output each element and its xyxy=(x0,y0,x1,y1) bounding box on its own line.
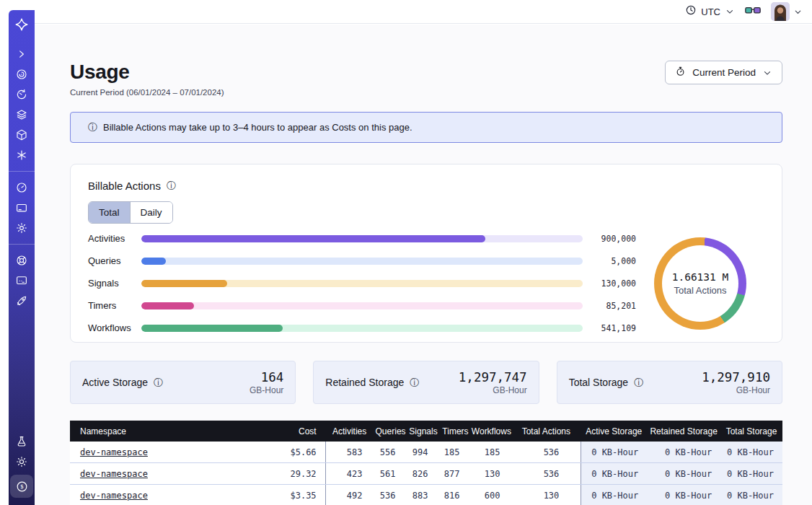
namespaces-icon[interactable] xyxy=(15,68,28,81)
banner-text: Billable Actions may take up to 3–4 hour… xyxy=(103,122,412,133)
account-menu[interactable] xyxy=(771,2,803,21)
period-selector-button[interactable]: Current Period xyxy=(665,61,782,84)
page-header: Usage Current Period (06/01/2024 – 07/01… xyxy=(70,61,782,97)
info-icon[interactable]: ⓘ xyxy=(167,181,176,190)
bar-row-queries: Queries5,000 xyxy=(88,255,636,266)
cell-timers: 185 xyxy=(439,442,471,462)
cell-activities: 423 xyxy=(325,463,374,484)
cell-retained_storage: 0 KB-Hour xyxy=(647,442,720,462)
stopwatch-icon xyxy=(675,66,686,79)
cell-retained_storage: 0 KB-Hour xyxy=(647,463,720,484)
cell-workflows: 130 xyxy=(471,463,511,484)
bar-track xyxy=(141,258,583,265)
bar-value: 85,201 xyxy=(591,301,636,311)
storage-card-value: 1,297,910 xyxy=(702,370,770,385)
cell-queries: 536 xyxy=(374,485,407,505)
namespace-link[interactable]: dev-namespace xyxy=(80,469,148,479)
bar-fill xyxy=(141,302,194,309)
tab-daily[interactable]: Daily xyxy=(130,202,172,223)
avatar xyxy=(771,2,790,21)
storage-card-value: 164 xyxy=(250,370,283,385)
cell-queries: 556 xyxy=(374,442,407,462)
tab-total[interactable]: Total xyxy=(89,202,130,223)
storage-card-total-storage: Total Storageⓘ1,297,910GB-Hour xyxy=(557,361,782,404)
total-actions-value: 1.66131 M xyxy=(672,271,729,283)
cell-queries: 561 xyxy=(374,463,407,484)
cell-cost: $5.66 xyxy=(250,442,325,462)
cell-timers: 877 xyxy=(439,463,471,484)
bar-value: 130,000 xyxy=(591,278,636,289)
temporal-logo-icon[interactable] xyxy=(14,17,30,32)
usage-gauge-icon[interactable] xyxy=(15,181,28,194)
total-actions-label: Total Actions xyxy=(674,285,727,296)
storage-card-label: Total Storage xyxy=(569,377,629,388)
sidebar: $ xyxy=(9,10,35,505)
donut-ring: 1.66131 M Total Actions xyxy=(654,237,746,330)
bar-fill xyxy=(141,235,485,242)
column-header-queries: Queries xyxy=(374,421,407,442)
table-row: dev-namespace$5.665835569941851855360 KB… xyxy=(70,442,782,463)
storage-card-active-storage: Active Storageⓘ164GB-Hour xyxy=(70,361,296,404)
topbar: UTC xyxy=(35,0,812,24)
cell-workflows: 600 xyxy=(471,485,511,505)
storage-card-retained-storage: Retained Storageⓘ1,297,747GB-Hour xyxy=(313,361,539,404)
cell-total_storage: 0 KB-Hour xyxy=(720,485,782,505)
bar-fill xyxy=(141,325,283,332)
bar-value: 5,000 xyxy=(591,256,636,266)
storage-cards: Active Storageⓘ164GB-HourRetained Storag… xyxy=(70,361,782,404)
bar-label: Activities xyxy=(88,233,133,244)
timezone-selector[interactable]: UTC xyxy=(685,4,735,19)
donut-chart: 1.66131 M Total Actions xyxy=(636,237,764,330)
namespace-link[interactable]: dev-namespace xyxy=(80,447,148,457)
bar-row-workflows: Workflows541,109 xyxy=(88,322,636,333)
table-row: dev-namespace$3.354925368838166001300 KB… xyxy=(70,485,782,505)
storage-card-label: Retained Storage xyxy=(325,377,404,388)
bar-value: 900,000 xyxy=(591,234,636,244)
billing-card-icon[interactable] xyxy=(15,201,28,214)
storage-card-label: Active Storage xyxy=(82,377,148,388)
chevron-down-icon xyxy=(762,68,772,78)
billable-actions-title: Billable Actions ⓘ xyxy=(88,180,764,192)
nexus-asterisk-icon[interactable] xyxy=(15,149,28,162)
bar-label: Workflows xyxy=(88,322,133,333)
labs-flask-icon[interactable] xyxy=(15,435,28,448)
period-button-label: Current Period xyxy=(692,67,756,78)
glasses-icon[interactable] xyxy=(745,5,761,18)
column-header-signals: Signals xyxy=(407,421,440,442)
cell-total_storage: 0 KB-Hour xyxy=(720,463,782,484)
cube-icon[interactable] xyxy=(15,128,28,141)
cell-active_storage: 0 KB-Hour xyxy=(581,442,647,462)
bar-chart: Activities900,000Queries5,000Signals130,… xyxy=(88,233,636,333)
storage-card-value: 1,297,747 xyxy=(459,370,527,385)
theme-sun-icon[interactable] xyxy=(15,455,28,468)
cell-active_storage: 0 KB-Hour xyxy=(581,463,647,484)
bar-fill xyxy=(141,258,166,265)
cell-signals: 883 xyxy=(407,485,440,505)
column-header-activities: Activities xyxy=(325,421,374,442)
layers-icon[interactable] xyxy=(15,108,28,121)
info-icon[interactable]: ⓘ xyxy=(154,378,163,387)
bar-track xyxy=(141,235,583,242)
info-icon[interactable]: ⓘ xyxy=(634,378,643,387)
cell-total_actions: 130 xyxy=(511,485,581,505)
support-lifebuoy-icon[interactable] xyxy=(15,254,28,267)
bar-value: 541,109 xyxy=(591,323,636,333)
billable-actions-chart: Activities900,000Queries5,000Signals130,… xyxy=(88,233,764,333)
main-content: Usage Current Period (06/01/2024 – 07/01… xyxy=(35,25,812,505)
column-header-namespace: Namespace xyxy=(70,421,250,442)
bar-track xyxy=(141,302,583,309)
history-icon[interactable] xyxy=(15,88,28,101)
rocket-icon[interactable] xyxy=(15,294,28,307)
expand-sidebar-icon[interactable] xyxy=(15,48,28,61)
bar-label: Signals xyxy=(88,278,133,289)
cell-cost: $3.35 xyxy=(250,485,325,505)
namespace-link[interactable]: dev-namespace xyxy=(80,491,148,501)
page-subtitle: Current Period (06/01/2024 – 07/01/2024) xyxy=(70,88,224,97)
usage-billing-coin-icon[interactable]: $ xyxy=(10,475,33,498)
settings-gear-icon[interactable] xyxy=(15,221,28,234)
column-header-total_storage: Total Storage xyxy=(720,421,782,442)
info-icon[interactable]: ⓘ xyxy=(410,378,419,387)
bar-label: Queries xyxy=(88,255,133,266)
console-icon[interactable] xyxy=(15,274,28,287)
column-header-active_storage: Active Storage xyxy=(581,421,647,442)
